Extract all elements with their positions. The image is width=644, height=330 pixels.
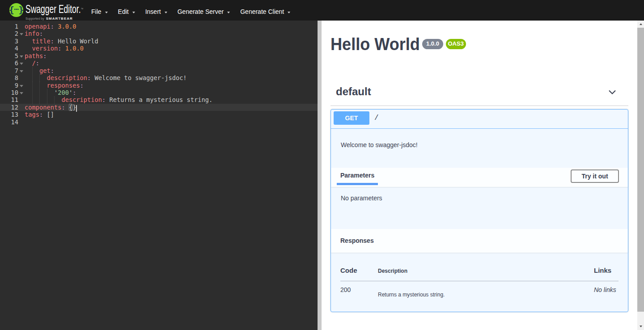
code-token-plain: Returns a mysterious string. — [106, 96, 212, 103]
code-text: responses: — [25, 82, 84, 89]
indent-guide — [32, 82, 33, 89]
fold-arrow-icon[interactable] — [20, 85, 23, 87]
chevron-down-icon[interactable] — [607, 87, 618, 97]
caret-down-icon — [288, 12, 290, 13]
line-number: 5 — [0, 52, 18, 59]
indent-guide — [32, 89, 33, 96]
editor-line-10[interactable]: 10 '200': — [0, 89, 318, 96]
indent-guide — [47, 89, 47, 96]
code-token-colon: : — [39, 111, 43, 118]
editor-lines: 1openapi: 3.0.02info:3 title: Hello Worl… — [0, 21, 318, 126]
fold-arrow-icon[interactable] — [20, 63, 23, 65]
fold-arrow-icon[interactable] — [20, 55, 23, 58]
code-token-colon: : — [36, 59, 39, 67]
logo-brace-right: } — [18, 4, 24, 15]
editor-line-11[interactable]: 11 description: Returns a mysterious str… — [0, 96, 318, 103]
menu-generate-server[interactable]: Generate Server — [172, 0, 235, 21]
responses-col-description: Description — [378, 267, 407, 275]
responses-col-code: Code — [340, 267, 357, 274]
menu-file[interactable]: File — [86, 0, 113, 21]
line-number: 14 — [0, 118, 18, 126]
try-it-out-button[interactable]: Try it out — [571, 169, 619, 183]
indent-guide — [32, 67, 33, 74]
operation-summary[interactable]: GET / — [331, 110, 628, 129]
line-number: 10 — [0, 89, 18, 96]
menu-label: Generate Client — [240, 8, 284, 15]
fold-arrow-icon[interactable] — [20, 70, 23, 72]
code-token-plain: ' — [69, 89, 72, 96]
yaml-editor[interactable]: 1openapi: 3.0.02info:3 title: Hello Worl… — [0, 21, 318, 330]
code-token-str: 200 — [58, 89, 69, 96]
code-token-colon: : — [43, 52, 47, 59]
code-token-key: responses — [47, 82, 80, 89]
docs-scrollbar[interactable] — [637, 21, 644, 330]
code-token-key: description — [61, 96, 102, 103]
scroll-down-icon — [640, 326, 642, 327]
topbar: {···} Swagger Editor.™ Supported bySMART… — [0, 0, 644, 21]
parameters-section-header: Parameters Try it out — [331, 168, 628, 187]
parameters-empty-message: No parameters — [331, 187, 628, 229]
indent-guide — [47, 96, 47, 103]
menu-label: Insert — [145, 8, 161, 15]
pane-splitter[interactable] — [318, 21, 322, 330]
indent-guide — [54, 96, 55, 103]
code-token-colon: : — [51, 23, 54, 30]
version-badge: 1.0.0 — [422, 39, 443, 49]
responses-section-header: Responses — [331, 229, 628, 253]
code-token-colon: : — [61, 104, 65, 111]
caret-down-icon — [165, 12, 167, 13]
caret-down-icon — [105, 12, 108, 13]
code-token-key: title — [32, 38, 50, 45]
menu-insert[interactable]: Insert — [140, 0, 172, 21]
line-number: 9 — [0, 82, 18, 89]
editor-line-2[interactable]: 2info: — [0, 30, 318, 37]
editor-line-13[interactable]: 13tags: [] — [0, 111, 318, 118]
fold-arrow-icon[interactable] — [20, 33, 23, 35]
fold-arrow-icon[interactable] — [20, 92, 23, 94]
smartbear-logo-text: SMARTBEAR — [46, 17, 73, 21]
scroll-up-icon — [640, 23, 642, 25]
code-token-plain: } — [72, 104, 76, 111]
editor-line-3[interactable]: 3 title: Hello World — [0, 38, 318, 45]
editor-line-4[interactable]: 4 version: 1.0.0 — [0, 45, 318, 52]
editor-line-12[interactable]: 12components: {} — [0, 104, 318, 111]
code-token-colon: : — [51, 67, 54, 74]
response-description: Returns a mysterious string. — [378, 286, 445, 298]
code-token-key: paths — [25, 52, 43, 59]
line-number: 7 — [0, 67, 18, 74]
menu-label: File — [91, 8, 102, 15]
editor-line-5[interactable]: 5paths: — [0, 52, 318, 59]
editor-line-1[interactable]: 1openapi: 3.0.0 — [0, 23, 318, 30]
code-token-plain: [] — [47, 111, 54, 118]
operation-description: Welcome to swagger-jsdoc! — [331, 129, 628, 168]
code-text: openapi: 3.0.0 — [25, 23, 76, 30]
scrollbar-up-button[interactable] — [637, 21, 644, 28]
editor-line-8[interactable]: 8 description: Welcome to swagger-jsdoc! — [0, 74, 318, 81]
tag-section-header[interactable]: default — [330, 85, 628, 106]
code-token-plain — [65, 104, 69, 111]
tab-parameters[interactable]: Parameters — [337, 172, 378, 179]
supported-by-text: Supported by — [25, 17, 44, 20]
oas3-badge: OAS3 — [446, 39, 466, 49]
api-info: Hello World1.0.0OAS3 — [330, 35, 628, 57]
editor-line-9[interactable]: 9 responses: — [0, 82, 318, 89]
api-title-text: Hello World — [330, 35, 420, 54]
code-token-num: 1.0.0 — [65, 45, 84, 52]
indent-guide — [32, 74, 33, 81]
menu-edit[interactable]: Edit — [113, 0, 140, 21]
scrollbar-down-button[interactable] — [637, 323, 644, 330]
operation-block-get: GET / Welcome to swagger-jsdoc! Paramete… — [330, 109, 628, 312]
line-number: 1 — [0, 23, 18, 30]
app-title-text: Swagger Editor. — [25, 3, 81, 15]
editor-line-7[interactable]: 7 get: — [0, 67, 318, 74]
scrollbar-thumb[interactable] — [637, 28, 644, 312]
responses-table-wrapper: Code Description Links 200Returns a myst… — [331, 253, 628, 312]
editor-line-14[interactable]: 14 — [0, 118, 318, 126]
code-token-key: get — [39, 67, 51, 74]
indent-guide — [39, 96, 40, 103]
line-number: 4 — [0, 45, 18, 52]
editor-line-6[interactable]: 6 /: — [0, 59, 318, 67]
menu-generate-client[interactable]: Generate Client — [235, 0, 296, 21]
code-text: paths: — [25, 52, 47, 59]
responses-col-links: Links — [594, 267, 611, 274]
